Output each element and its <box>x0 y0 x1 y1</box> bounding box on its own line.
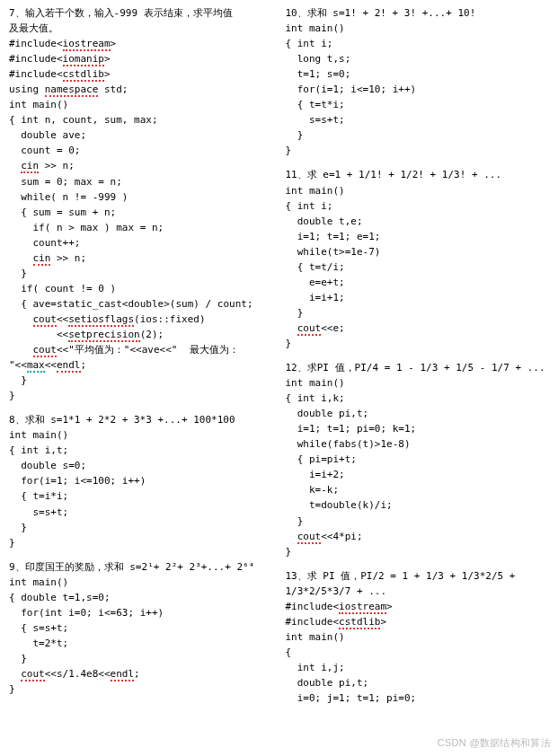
code-line: int main() <box>286 629 550 645</box>
code-line: { pi=pi+t; <box>286 452 550 467</box>
code-line: { t=t/i; <box>286 259 550 275</box>
p7-title-a: 7、输入若干个数，输入-999 表示结束，求平均值 <box>9 5 273 21</box>
code-line: #include<cstdlib> <box>286 614 550 629</box>
code-line: cout<<4*pi; <box>286 529 550 544</box>
csdn-watermark: CSDN @数据结构和算法 <box>438 735 551 751</box>
code-line: } <box>9 373 273 388</box>
code-line: #include<iomanip> <box>9 51 273 66</box>
code-line: cout<<setiosflags(ios::fixed) <box>9 312 273 327</box>
code-line: i=i+2; <box>286 467 550 482</box>
code-line: i=1; t=1; pi=0; k=1; <box>286 421 550 436</box>
code-line: t=1; s=0; <box>286 66 550 82</box>
code-line: int i,j; <box>286 660 550 675</box>
code-line: { int i,t; <box>9 443 273 458</box>
p13-title-a: 13、求 PI 值，PI/2 = 1 + 1/3 + 1/3*2/5 + <box>286 568 550 584</box>
code-line: } <box>286 127 550 143</box>
code-line: cin >> n; <box>9 158 273 173</box>
code-line: k=-k; <box>286 482 550 497</box>
code-line: { ave=static_cast<double>(sum) / count; <box>9 296 273 312</box>
code-line: } <box>9 651 273 666</box>
problem-11: 11、求 e=1 + 1/1! + 1/2! + 1/3! + ... int … <box>286 167 550 351</box>
code-line: cout<<s/1.4e8<<endl; <box>9 666 273 681</box>
code-line: if( count != 0 ) <box>9 281 273 296</box>
code-line: int main() <box>286 183 550 198</box>
code-line: "<<max<<endl; <box>9 357 273 373</box>
code-line: { double t=1,s=0; <box>9 590 273 605</box>
code-line: int main() <box>9 97 273 112</box>
problem-9: 9、印度国王的奖励，求和 s=2¹+ 2²+ 2³+...+ 2⁶⁴ int m… <box>9 559 273 697</box>
code-line: #include<cstdlib> <box>9 66 273 82</box>
problem-13: 13、求 PI 值，PI/2 = 1 + 1/3 + 1/3*2/5 + 1/3… <box>286 568 550 706</box>
code-line: double ave; <box>9 127 273 143</box>
p12-title: 12、求PI 值，PI/4 = 1 - 1/3 + 1/5 - 1/7 + ..… <box>286 360 550 375</box>
p9-title: 9、印度国王的奖励，求和 s=2¹+ 2²+ 2³+...+ 2⁶⁴ <box>9 559 273 575</box>
code-line: <<setprecision(2); <box>9 327 273 342</box>
code-line: } <box>286 305 550 321</box>
code-line: } <box>286 143 550 158</box>
code-line: double s=0; <box>9 458 273 473</box>
code-line: } <box>9 681 273 697</box>
document-body: 7、输入若干个数，输入-999 表示结束，求平均值 及最大值。 #include… <box>0 0 558 715</box>
code-line: { int n, count, sum, max; <box>9 112 273 127</box>
code-line: sum = 0; max = n; <box>9 174 273 189</box>
code-line: s=s+t; <box>286 112 550 127</box>
code-line: cin >> n; <box>9 251 273 266</box>
code-line: } <box>9 388 273 403</box>
code-line: } <box>286 544 550 559</box>
problem-7: 7、输入若干个数，输入-999 表示结束，求平均值 及最大值。 #include… <box>9 5 273 403</box>
code-line: int main() <box>286 375 550 391</box>
p13-title-b: 1/3*2/5*3/7 + ... <box>286 584 550 599</box>
right-column: 10、求和 s=1! + 2! + 3! +...+ 10! int main(… <box>286 5 550 715</box>
p8-title: 8、求和 s=1*1 + 2*2 + 3*3 +...+ 100*100 <box>9 412 273 427</box>
code-line: s=s+t; <box>9 505 273 520</box>
code-line: double t,e; <box>286 214 550 229</box>
p11-title: 11、求 e=1 + 1/1! + 1/2! + 1/3! + ... <box>286 167 550 182</box>
problem-12: 12、求PI 值，PI/4 = 1 - 1/3 + 1/5 - 1/7 + ..… <box>286 360 550 559</box>
code-line: } <box>286 514 550 529</box>
code-line: } <box>9 520 273 535</box>
code-line: t=2*t; <box>9 636 273 651</box>
code-line: t=double(k)/i; <box>286 497 550 513</box>
code-line: for(i=1; i<=10; i++) <box>286 82 550 97</box>
p7-title-b: 及最大值。 <box>9 21 273 36</box>
code-line: int main() <box>9 427 273 443</box>
code-line: { int i; <box>286 198 550 214</box>
code-line: { int i; <box>286 36 550 51</box>
code-line: i=0; j=1; t=1; pi=0; <box>286 690 550 706</box>
code-line: e=e+t; <box>286 275 550 290</box>
problem-10: 10、求和 s=1! + 2! + 3! +...+ 10! int main(… <box>286 5 550 158</box>
problem-8: 8、求和 s=1*1 + 2*2 + 3*3 +...+ 100*100 int… <box>9 412 273 549</box>
code-line: int main() <box>9 575 273 590</box>
code-line: { s=s+t; <box>9 620 273 636</box>
code-line: int main() <box>286 21 550 36</box>
code-line: while(t>=1e-7) <box>286 244 550 259</box>
code-line: double pi,t; <box>286 406 550 421</box>
code-line: i=i+1; <box>286 290 550 305</box>
code-line: } <box>9 266 273 281</box>
code-line: cout<<"平均值为："<<ave<<" 最大值为： <box>9 342 273 357</box>
code-line: long t,s; <box>286 51 550 66</box>
code-line: for(i=1; i<=100; i++) <box>9 473 273 488</box>
code-line: } <box>286 336 550 351</box>
code-line: #include<iostream> <box>9 36 273 51</box>
code-line: using namespace std; <box>9 82 273 97</box>
code-line: } <box>9 535 273 550</box>
code-line: i=1; t=1; e=1; <box>286 229 550 244</box>
code-line: { <box>286 645 550 660</box>
code-line: { t=i*i; <box>9 488 273 504</box>
code-line: { t=t*i; <box>286 97 550 112</box>
p10-title: 10、求和 s=1! + 2! + 3! +...+ 10! <box>286 5 550 21</box>
code-line: double pi,t; <box>286 675 550 690</box>
left-column: 7、输入若干个数，输入-999 表示结束，求平均值 及最大值。 #include… <box>9 5 273 715</box>
code-line: for(int i=0; i<=63; i++) <box>9 605 273 620</box>
code-line: while( n != -999 ) <box>9 189 273 205</box>
code-line: cout<<e; <box>286 321 550 336</box>
code-line: if( n > max ) max = n; <box>9 220 273 235</box>
code-line: count = 0; <box>9 143 273 158</box>
code-line: { int i,k; <box>286 391 550 406</box>
code-line: while(fabs(t)>1e-8) <box>286 436 550 452</box>
code-line: count++; <box>9 235 273 251</box>
code-line: { sum = sum + n; <box>9 205 273 220</box>
code-line: #include<iostream> <box>286 599 550 614</box>
